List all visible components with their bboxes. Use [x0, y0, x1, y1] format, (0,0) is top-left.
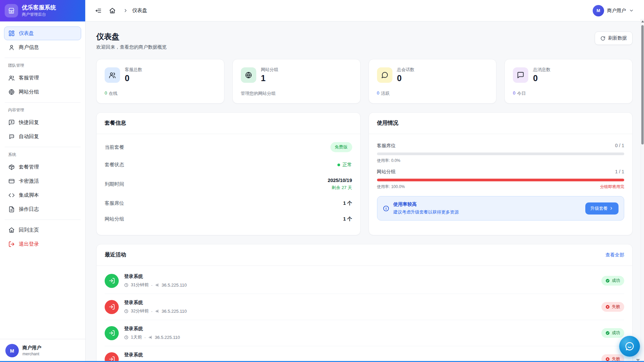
usage-groups-row: 网站分组 1 / 1 — [377, 169, 625, 175]
activity-title: 登录系统 — [124, 274, 187, 280]
globe-icon — [8, 89, 15, 95]
upgrade-plan-button[interactable]: 升级套餐 — [585, 202, 619, 215]
stat-value: 0 — [533, 73, 550, 83]
login-icon — [105, 300, 119, 314]
plan-label: 网站分组 — [105, 216, 124, 222]
activity-row: 登录系统 32分钟前 · 36.5.225.110 失败 — [105, 294, 624, 320]
sidebar-item-agent-management[interactable]: 客服管理 — [4, 71, 81, 85]
file-text-icon — [8, 206, 15, 213]
logout-icon — [8, 241, 15, 247]
usage-seats-row: 客服席位 0 / 1 — [377, 143, 625, 149]
sidebar-user-card[interactable]: M 商户用户 merchant — [0, 339, 85, 362]
divider — [5, 102, 80, 103]
breadcrumb-home-icon[interactable] — [109, 7, 116, 14]
sidebar-item-auto-reply[interactable]: 自动回复 — [4, 130, 81, 143]
view-all-link[interactable]: 查看全部 — [605, 252, 624, 258]
plan-label: 当前套餐 — [105, 144, 124, 150]
sidebar-item-site-groups[interactable]: 网站分组 — [4, 85, 81, 99]
progress-fill — [377, 179, 625, 181]
status-badge: 成功 — [601, 276, 624, 286]
sidebar-nav: 仪表盘 商户信息 团队管理 客服管理 网站分组 内容管理 快捷回复 — [0, 21, 85, 339]
app-window: 优乐客服系统 商户管理后台 仪表盘 商户信息 团队管理 客服管理 网站分组 — [0, 0, 644, 362]
chevron-down-icon — [629, 8, 634, 13]
page-header-text: 仪表盘 欢迎回来，查看您的商户数据概览 — [96, 32, 167, 50]
sidebar-item-label: 集成脚本 — [19, 192, 39, 198]
refresh-icon — [600, 36, 605, 41]
activity-meta: 31分钟前 · 36.5.225.110 — [124, 282, 187, 288]
usage-seats-progressbar — [377, 153, 625, 155]
sidebar-item-label: 退出登录 — [19, 241, 39, 247]
usage-card: 使用情况 客服席位 0 / 1 使用率: 0.0% 网站分组 1 / 1 — [369, 112, 633, 235]
activity-title: 登录系统 — [124, 300, 187, 306]
auto-reply-bubble-icon — [8, 133, 15, 140]
user-icon — [8, 44, 15, 51]
breadcrumb-current: 仪表盘 — [132, 7, 147, 14]
plan-expire-remain: 剩余 27 天 — [328, 185, 352, 191]
message-square-icon — [513, 67, 528, 83]
clock-icon — [124, 283, 128, 287]
activity-row: 登录系统 31分钟前 · 36.5.225.110 成功 — [105, 268, 624, 294]
meta-separator: · — [144, 335, 146, 340]
plan-row-current: 当前套餐 免费版 — [105, 137, 352, 157]
sidebar-section-system: 系统 — [4, 150, 81, 160]
sidebar-item-label: 网站分组 — [19, 89, 39, 95]
plan-info-card: 套餐信息 当前套餐 免费版 套餐状态 正常 到期时间 — [96, 112, 361, 235]
usage-label: 客服席位 — [377, 143, 396, 149]
sidebar-collapse-icon[interactable] — [95, 7, 102, 14]
sidebar-item-quick-replies[interactable]: 快捷回复 — [4, 116, 81, 129]
divider — [5, 147, 80, 147]
sidebar-item-integration-script[interactable]: 集成脚本 — [4, 188, 81, 202]
activity-ip: 36.5.225.110 — [155, 335, 180, 340]
refresh-data-button[interactable]: 刷新数据 — [595, 32, 633, 45]
alert-title: 使用率较高 — [393, 201, 459, 207]
activity-time: 1天前 — [131, 334, 142, 340]
sidebar-item-dashboard[interactable]: 仪表盘 — [4, 26, 81, 40]
sidebar-section-content: 内容管理 — [4, 106, 81, 116]
sidebar-item-merchant-info[interactable]: 商户信息 — [4, 41, 81, 54]
sidebar-item-label: 卡密激活 — [19, 178, 39, 184]
topbar-user-menu[interactable]: M 商户用户 — [593, 5, 634, 16]
sidebar-section-team: 团队管理 — [4, 61, 81, 71]
info-row: 套餐信息 当前套餐 免费版 套餐状态 正常 到期时间 — [96, 112, 633, 235]
login-icon — [105, 326, 119, 340]
stat-footer-text: 在线 — [109, 90, 117, 97]
sidebar-item-back-home[interactable]: 回到主页 — [4, 223, 81, 237]
home-icon — [8, 227, 15, 233]
sidebar-item-operation-log[interactable]: 操作日志 — [4, 202, 81, 216]
page-scrollbar[interactable] — [641, 19, 644, 362]
usage-groups-progressbar — [377, 179, 625, 181]
sidebar-item-logout[interactable]: 退出登录 — [4, 237, 81, 251]
scrollbar-thumb[interactable] — [641, 25, 644, 144]
usage-ratio: 1 / 1 — [615, 169, 624, 175]
ip-icon — [155, 309, 159, 313]
stat-footer-count: 0 — [513, 90, 515, 97]
stat-label: 总消息数 — [533, 67, 550, 73]
sidebar-item-label: 自动回复 — [19, 133, 39, 140]
usage-rate: 使用率: 0.0% — [377, 158, 400, 164]
credit-card-icon — [8, 178, 15, 184]
plan-row-status: 套餐状态 正常 — [105, 157, 352, 173]
status-text: 失败 — [612, 304, 620, 310]
usage-alert: 使用率较高 建议考虑升级套餐以获得更多资源 升级套餐 — [377, 196, 625, 221]
sidebar-item-label: 仪表盘 — [19, 30, 34, 37]
meta-separator: · — [151, 309, 152, 314]
chevron-right-icon — [123, 8, 128, 13]
scrollbar-up-arrow-icon[interactable] — [641, 20, 644, 22]
stat-label: 总会话数 — [397, 67, 415, 73]
activity-time: 31分钟前 — [131, 282, 149, 288]
stat-card-sessions: 总会话数 0 0活跃 — [369, 59, 497, 104]
stat-card-site-groups: 网站分组 1 管理您的网站分组 — [232, 59, 361, 104]
activity-time: 32分钟前 — [131, 308, 149, 314]
stat-value: 1 — [261, 73, 278, 83]
sidebar-user-login: merchant — [22, 352, 41, 356]
sidebar-item-plan-management[interactable]: 套餐管理 — [4, 160, 81, 174]
chevron-right-icon — [609, 206, 613, 210]
status-dot — [337, 164, 340, 166]
divider — [5, 220, 80, 220]
upgrade-label: 升级套餐 — [590, 205, 608, 212]
stats-row: 客服总数 0 0在线 网站分组 1 管理您的网站分组 — [96, 59, 633, 104]
chat-widget-button[interactable] — [619, 336, 640, 357]
stat-footer-text: 活跃 — [381, 90, 390, 97]
page-title: 仪表盘 — [96, 32, 167, 42]
sidebar-item-card-activation[interactable]: 卡密激活 — [4, 174, 81, 188]
